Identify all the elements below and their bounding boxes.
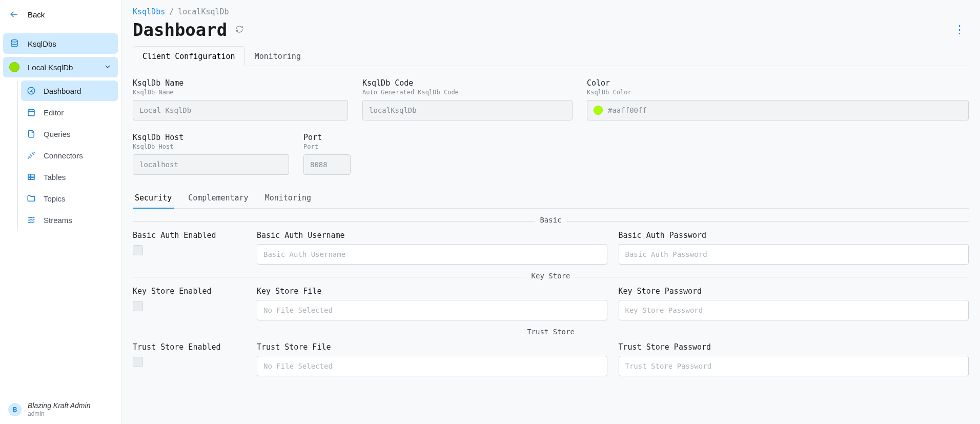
subtab-monitoring[interactable]: Monitoring — [263, 189, 313, 209]
field-keystore-enabled: Key Store Enabled — [133, 287, 246, 320]
field-truststore-file: Trust Store File No File Selected — [257, 342, 607, 376]
field-truststore-password: Trust Store Password — [619, 342, 969, 376]
field-keystore-password: Key Store Password — [619, 287, 969, 320]
back-label: Back — [28, 10, 45, 19]
breadcrumb-sep: / — [169, 7, 174, 16]
label: Key Store File — [257, 287, 607, 296]
sidebar-item-topics[interactable]: Topics — [21, 188, 118, 209]
label: Key Store Enabled — [133, 287, 246, 296]
truststore-file-input[interactable]: No File Selected — [257, 356, 607, 376]
basic-auth-enabled-checkbox[interactable] — [133, 245, 143, 255]
label: Trust Store Enabled — [133, 342, 246, 352]
label: Basic Auth Username — [257, 231, 607, 240]
sidebar-item-label: Streams — [44, 216, 72, 225]
sublabel: KsqlDb Name — [133, 89, 348, 96]
tab-client-configuration[interactable]: Client Configuration — [133, 46, 245, 66]
back-button[interactable]: Back — [3, 4, 118, 25]
port-input[interactable] — [303, 154, 351, 175]
svg-rect-2 — [28, 110, 34, 116]
sidebar-item-editor[interactable]: Editor — [21, 102, 118, 123]
label: Port — [303, 133, 351, 142]
chevron-down-icon — [104, 63, 112, 72]
stream-icon — [26, 215, 36, 225]
label: KsqlDb Code — [362, 78, 573, 88]
table-icon — [26, 172, 36, 182]
color-input[interactable]: #aaff00ff — [587, 100, 969, 120]
tab-monitoring[interactable]: Monitoring — [245, 46, 311, 66]
sidebar-item-label: Tables — [44, 173, 66, 181]
sidebar-item-label: Connectors — [44, 151, 83, 160]
field-basic-password: Basic Auth Password — [619, 231, 969, 265]
plug-icon — [26, 150, 36, 160]
main-content: KsqlDbs / localKsqlDb Dashboard ⋮ Client… — [121, 0, 980, 424]
svg-point-0 — [11, 40, 17, 43]
sidebar-root-ksqldbs[interactable]: KsqlDbs — [3, 33, 118, 54]
sidebar-item-label: Queries — [44, 130, 71, 138]
label: Basic Auth Enabled — [133, 231, 246, 240]
sublabel: KsqlDb Host — [133, 143, 289, 150]
group-keystore: Key Store Key Store Enabled Key Store Fi… — [133, 277, 969, 320]
breadcrumb-leaf: localKsqlDb — [178, 7, 229, 16]
sidebar-item-connectors[interactable]: Connectors — [21, 145, 118, 166]
truststore-enabled-checkbox[interactable] — [133, 357, 143, 367]
subtab-complementary[interactable]: Complementary — [186, 189, 250, 209]
sidebar-root-label: KsqlDbs — [28, 39, 56, 48]
sidebar-footer: B Blazing Kraft Admin admin — [3, 397, 118, 420]
group-title: Trust Store — [522, 328, 580, 336]
kebab-menu-icon[interactable]: ⋮ — [951, 21, 969, 38]
folder-icon — [26, 193, 36, 204]
divider — [3, 29, 118, 29]
sidebar-item-label: Editor — [44, 108, 64, 117]
refresh-icon[interactable] — [235, 25, 243, 35]
sublabel: Port — [303, 143, 351, 150]
truststore-password-input[interactable] — [619, 356, 969, 376]
field-truststore-enabled: Trust Store Enabled — [133, 342, 246, 376]
sidebar-instance[interactable]: Local KsqlDb — [3, 57, 118, 77]
field-ksqldb-host: KsqlDb Host KsqlDb Host — [133, 133, 289, 175]
basic-auth-password-input[interactable] — [619, 244, 969, 265]
group-title: Basic — [535, 216, 566, 224]
field-port: Port Port — [303, 133, 351, 175]
arrow-left-icon — [9, 9, 19, 19]
breadcrumb: KsqlDbs / localKsqlDb — [133, 7, 969, 16]
group-title: Key Store — [526, 272, 576, 280]
basic-auth-username-input[interactable] — [257, 244, 607, 265]
form-row-1: KsqlDb Name KsqlDb Name KsqlDb Code Auto… — [133, 78, 969, 120]
sidebar-item-dashboard[interactable]: Dashboard — [21, 80, 118, 101]
field-ksqldb-code: KsqlDb Code Auto Generated KsqlDb Code — [362, 78, 573, 120]
sql-file-icon — [26, 129, 36, 139]
keystore-password-input[interactable] — [619, 300, 969, 320]
sidebar-item-label: Dashboard — [44, 87, 81, 95]
keystore-file-input[interactable]: No File Selected — [257, 300, 607, 320]
keystore-enabled-checkbox[interactable] — [133, 301, 143, 311]
color-swatch-icon — [594, 106, 603, 115]
field-ksqldb-name: KsqlDb Name KsqlDb Name — [133, 78, 348, 120]
label: Trust Store File — [257, 342, 607, 352]
avatar[interactable]: B — [8, 403, 22, 416]
sidebar-item-tables[interactable]: Tables — [21, 167, 118, 187]
calendar-icon — [26, 107, 36, 117]
user-display-name: Blazing Kraft Admin — [28, 401, 90, 411]
label: Key Store Password — [619, 287, 969, 296]
field-basic-username: Basic Auth Username — [257, 231, 607, 265]
database-icon — [9, 38, 19, 49]
sub-tabs: Security Complementary Monitoring — [133, 189, 969, 209]
ksqldb-name-input[interactable] — [133, 100, 348, 120]
ksqldb-code-input[interactable] — [362, 100, 573, 120]
gauge-icon — [26, 86, 36, 96]
ksqldb-host-input[interactable] — [133, 154, 289, 175]
color-value: #aaff00ff — [608, 106, 647, 114]
sidebar-item-queries[interactable]: Queries — [21, 124, 118, 144]
label: Trust Store Password — [619, 342, 969, 352]
label: KsqlDb Name — [133, 78, 348, 88]
primary-tabs: Client Configuration Monitoring — [133, 46, 969, 66]
sidebar: Back KsqlDbs Local KsqlDb Dashboard Edit… — [0, 0, 121, 424]
breadcrumb-root[interactable]: KsqlDbs — [133, 7, 165, 16]
sidebar-instance-label: Local KsqlDb — [28, 63, 73, 72]
label: KsqlDb Host — [133, 133, 289, 142]
sidebar-item-streams[interactable]: Streams — [21, 210, 118, 230]
subtab-security[interactable]: Security — [133, 189, 174, 209]
group-truststore: Trust Store Trust Store Enabled Trust St… — [133, 333, 969, 376]
file-placeholder: No File Selected — [263, 362, 333, 370]
field-basic-enabled: Basic Auth Enabled — [133, 231, 246, 265]
